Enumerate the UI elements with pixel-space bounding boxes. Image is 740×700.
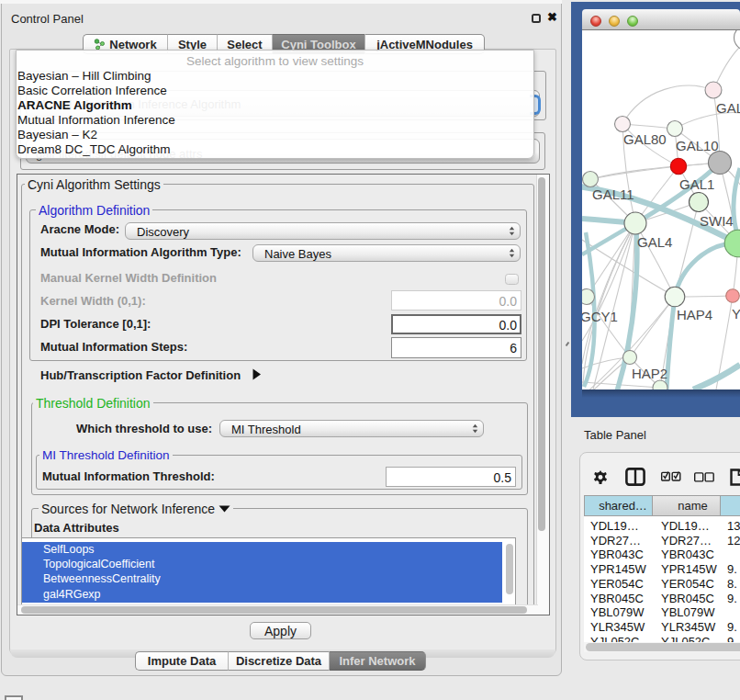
svg-text:YJ: YJ	[732, 306, 740, 322]
svg-text:HAP4: HAP4	[677, 307, 712, 322]
svg-text:GCY1: GCY1	[582, 309, 618, 324]
svg-text:GAL11: GAL11	[592, 186, 634, 202]
svg-text:GAL80: GAL80	[623, 131, 667, 147]
svg-text:GAL7: GAL7	[716, 100, 740, 116]
svg-text:GAL1: GAL1	[679, 176, 714, 192]
svg-text:HAP2: HAP2	[632, 366, 667, 381]
svg-text:GAL10: GAL10	[676, 138, 719, 153]
svg-text:GAL4: GAL4	[637, 234, 672, 250]
svg-text:SWI4: SWI4	[700, 213, 734, 229]
